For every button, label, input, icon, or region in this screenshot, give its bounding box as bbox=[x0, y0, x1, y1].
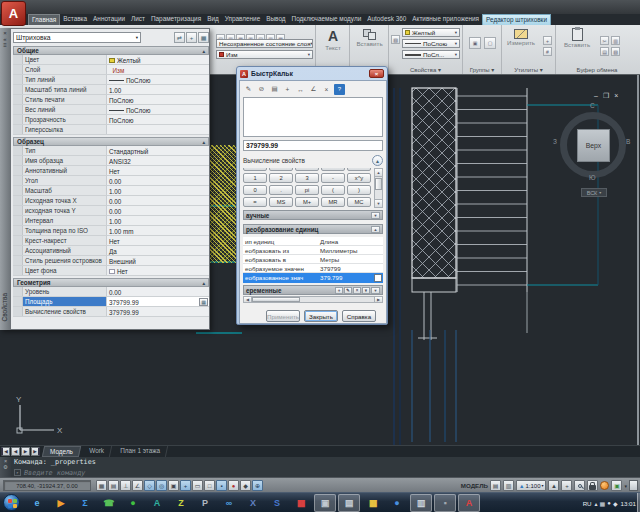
sc-toggle[interactable]: ◆ bbox=[240, 480, 251, 491]
property-value[interactable] bbox=[107, 125, 209, 134]
property-value[interactable]: 1.00 mm bbox=[107, 226, 209, 235]
layer-combo[interactable]: Изм▾ bbox=[216, 50, 313, 59]
tray-settings-icon[interactable]: ▣ bbox=[611, 480, 622, 491]
osnap-toggle[interactable]: ◇ bbox=[144, 480, 155, 491]
viewcube-face[interactable]: Верх bbox=[577, 129, 610, 162]
property-value[interactable]: 0.00 bbox=[107, 206, 209, 215]
calc-key-hidden[interactable] bbox=[295, 168, 319, 171]
compass-west-label[interactable]: З bbox=[553, 138, 557, 145]
property-row-вычисление-свойств[interactable]: Вычисление свойств379799.99 bbox=[13, 307, 209, 317]
properties-panel-label[interactable]: Свойства ▾ bbox=[389, 66, 462, 73]
ribbon-tab-вывод[interactable]: Вывод bbox=[263, 14, 288, 25]
property-value[interactable]: 0.00 bbox=[107, 176, 209, 185]
property-row-крест-накрест[interactable]: Крест-накрестНет bbox=[13, 236, 209, 246]
close-dialog-button[interactable]: Закрыть bbox=[304, 310, 338, 322]
property-value[interactable]: ПоСлою bbox=[107, 115, 209, 124]
property-row-исходная-точка-x[interactable]: Исходная точка X0.00 bbox=[13, 196, 209, 206]
property-value[interactable]: ПоСлою bbox=[107, 105, 209, 114]
snap-toggle[interactable]: ▦ bbox=[96, 480, 107, 491]
lock-ui-icon[interactable] bbox=[587, 480, 598, 491]
collapse-button[interactable]: ▲ bbox=[372, 155, 383, 166]
scroll-thumb[interactable] bbox=[375, 178, 382, 190]
taskbar-grid-app-icon[interactable]: ▦ bbox=[290, 494, 312, 512]
calc-key-[interactable]: ) bbox=[347, 185, 371, 195]
property-row-масштаб[interactable]: Масштаб1.00 bbox=[13, 186, 209, 196]
match-properties-icon[interactable]: ▧ bbox=[391, 28, 401, 46]
coordinates-readout[interactable]: 708.40, -31924.37, 0.00 bbox=[3, 480, 91, 491]
ribbon-tab-параметризация[interactable]: Параметризация bbox=[148, 14, 204, 25]
property-value[interactable]: Нет bbox=[107, 266, 209, 275]
clock[interactable]: 13:01 bbox=[621, 500, 636, 507]
calc-key-xy[interactable]: x^y bbox=[347, 173, 371, 183]
wcs-menu-button[interactable]: ВСК▾ bbox=[581, 188, 607, 197]
history-box[interactable] bbox=[243, 97, 383, 137]
calc-key-M+[interactable]: M+ bbox=[295, 197, 319, 207]
apply-button[interactable]: Применить bbox=[266, 310, 300, 322]
match-icon[interactable]: ▨ bbox=[611, 40, 621, 58]
property-value[interactable]: 0.00 bbox=[107, 196, 209, 205]
annotation-scale-button[interactable]: ▲ 1:100▾ bbox=[516, 480, 546, 491]
taskbar-autocad-icon[interactable]: A bbox=[458, 494, 480, 512]
compass-east-label[interactable]: В bbox=[626, 138, 630, 145]
first-layout-icon[interactable]: ◀ bbox=[1, 447, 10, 456]
scroll-left-icon[interactable]: ◀ bbox=[244, 297, 252, 302]
horizontal-scrollbar[interactable]: ◀ ▶ bbox=[243, 296, 383, 303]
clear-icon[interactable]: ✎ bbox=[243, 84, 254, 95]
prev-layout-icon[interactable]: ◀ bbox=[11, 447, 20, 456]
crosshair-toggle[interactable]: ⊕ bbox=[252, 480, 263, 491]
calc-key-[interactable]: ( bbox=[321, 185, 345, 195]
count-icon[interactable]: # bbox=[543, 40, 553, 58]
scroll-right-icon[interactable]: ▶ bbox=[374, 297, 382, 302]
taskbar-editor-icon[interactable]: P bbox=[194, 494, 216, 512]
taskbar-browser-icon[interactable]: ● bbox=[386, 494, 408, 512]
calc-key-MR[interactable]: MR bbox=[321, 197, 345, 207]
units-section-header[interactable]: реобразование единиц▲ bbox=[243, 224, 383, 234]
distance-icon[interactable]: ↔ bbox=[295, 84, 306, 95]
utilities-panel-label[interactable]: Утилиты ▾ bbox=[502, 66, 555, 73]
insert-block-button[interactable]: Вставить bbox=[350, 29, 389, 47]
taskbar-energy-icon[interactable]: Z bbox=[170, 494, 192, 512]
tab-work[interactable]: Work bbox=[82, 446, 112, 457]
calc-key-MS[interactable]: MS bbox=[269, 197, 293, 207]
tab-model[interactable]: Модель bbox=[42, 446, 81, 457]
lineweight-combo[interactable]: ПоСл...▾ bbox=[402, 50, 460, 59]
clear-history-icon[interactable]: ⊘ bbox=[256, 84, 267, 95]
taskbar-infinity-icon[interactable]: ∞ bbox=[218, 494, 240, 512]
angle-icon[interactable]: ∠ bbox=[308, 84, 319, 95]
clipboard-panel-label[interactable]: Буфер обмена bbox=[556, 67, 638, 73]
property-row-вес-линий[interactable]: Вес линийПоСлою bbox=[13, 105, 209, 115]
taskbar-window-1-icon[interactable]: ▣ bbox=[314, 494, 336, 512]
return-converted-value-button[interactable] bbox=[374, 274, 382, 282]
taskbar-messenger-icon[interactable]: ● bbox=[122, 494, 144, 512]
property-value[interactable]: 1.00 bbox=[107, 216, 209, 225]
property-value[interactable]: 379799.99 bbox=[107, 307, 209, 316]
help-button[interactable]: Справка bbox=[342, 310, 376, 322]
calc-key-1[interactable]: 1 bbox=[243, 173, 267, 183]
delete-variable-icon[interactable]: × bbox=[353, 287, 361, 294]
object-type-combo[interactable]: Штриховка▾ bbox=[13, 32, 141, 43]
layer-state-combo[interactable]: Несохраненное состояние слоя▾ bbox=[216, 39, 313, 48]
calc-key-pi[interactable]: pi bbox=[295, 185, 319, 195]
quickcalc-title-bar[interactable]: A БыстрКальк × bbox=[237, 67, 387, 80]
ortho-toggle[interactable]: ⊥ bbox=[120, 480, 131, 491]
chevron-down-icon[interactable]: ▼ bbox=[371, 212, 380, 219]
quickcalc-launch-button[interactable]: ▦ bbox=[199, 298, 208, 306]
clean-screen-button[interactable] bbox=[629, 480, 638, 491]
taskbar-molecule-icon[interactable]: A bbox=[146, 494, 168, 512]
polar-toggle[interactable]: ∠ bbox=[132, 480, 143, 491]
property-row-аннотативный[interactable]: АннотативныйНет bbox=[13, 166, 209, 176]
paste-button[interactable]: Вставить bbox=[560, 28, 594, 48]
calc-key-2[interactable]: 2 bbox=[269, 173, 293, 183]
next-layout-icon[interactable]: ▶ bbox=[21, 447, 30, 456]
close-button[interactable]: × bbox=[369, 69, 384, 78]
property-value[interactable]: Стандартный bbox=[107, 146, 209, 155]
taskbar-tool-icon[interactable]: X bbox=[242, 494, 264, 512]
ribbon-tab-главная[interactable]: Главная bbox=[28, 14, 60, 25]
taskbar-player-icon[interactable]: ▶ bbox=[50, 494, 72, 512]
taskbar-ie-icon[interactable]: e bbox=[26, 494, 48, 512]
ribbon-tab-аннотации[interactable]: Аннотации bbox=[90, 14, 128, 25]
property-row-интервал[interactable]: Интервал1.00 bbox=[13, 216, 209, 226]
property-value[interactable]: ANSI32 bbox=[107, 156, 209, 165]
start-button[interactable] bbox=[3, 494, 20, 511]
properties-menu-icon[interactable]: ≡ bbox=[0, 42, 10, 48]
